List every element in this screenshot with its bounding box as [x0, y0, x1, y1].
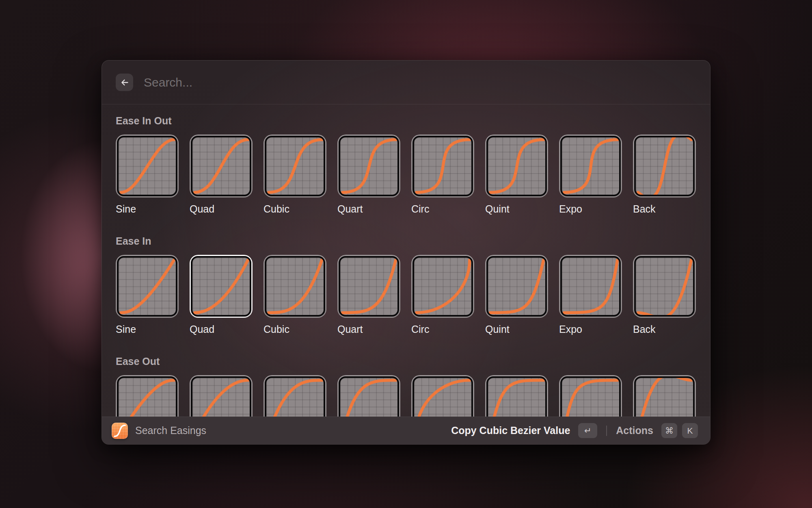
- easing-item-ease-out-back[interactable]: Back: [633, 375, 696, 417]
- easing-curve-preview: [414, 258, 471, 315]
- easing-curve-preview: [636, 137, 693, 195]
- easing-tile-frame: [116, 255, 179, 318]
- easing-item-ease-in-out-circ[interactable]: Circ: [411, 135, 474, 215]
- easing-label: Quad: [190, 323, 253, 335]
- easing-grid: [486, 136, 547, 196]
- easing-item-ease-out-quint[interactable]: Quint: [485, 375, 548, 417]
- easing-grid: [117, 136, 177, 196]
- easing-curve-preview: [636, 378, 693, 417]
- easing-curve-preview: [192, 258, 250, 315]
- easing-curve-preview: [562, 378, 619, 417]
- easing-curve-preview: [119, 137, 176, 195]
- easing-tile-frame: [190, 135, 253, 198]
- easing-item-ease-in-out-quart[interactable]: Quart: [337, 135, 400, 215]
- section-header-ease-in-out: Ease In Out: [116, 115, 696, 126]
- easing-curve-preview: [192, 137, 250, 195]
- actions-menu-button[interactable]: Actions ⌘ K: [616, 423, 698, 438]
- easing-tile-frame: [485, 135, 548, 198]
- easing-label: Quart: [337, 203, 400, 215]
- command-key-badge: ⌘: [661, 423, 677, 438]
- easing-curve-preview: [488, 378, 545, 417]
- easing-item-ease-in-out-sine[interactable]: Sine: [116, 135, 179, 215]
- easing-curve-preview: [266, 378, 324, 417]
- easing-tile-frame: [116, 135, 179, 198]
- easing-item-ease-out-cubic[interactable]: Cubic: [263, 375, 326, 417]
- easing-curve-preview: [562, 258, 619, 315]
- easing-item-ease-in-quart[interactable]: Quart: [337, 255, 400, 335]
- k-key-badge: K: [682, 423, 698, 438]
- easing-item-ease-in-out-quad[interactable]: Quad: [190, 135, 253, 215]
- easing-item-ease-in-cubic[interactable]: Cubic: [263, 255, 326, 335]
- easing-tile-frame: [337, 375, 400, 417]
- easing-curve-preview: [340, 378, 397, 417]
- easing-item-ease-in-out-quint[interactable]: Quint: [485, 135, 548, 215]
- easing-tile-frame: [559, 375, 622, 417]
- back-button[interactable]: [116, 74, 133, 91]
- primary-action-label: Copy Cubic Bezier Value: [451, 425, 570, 436]
- section-header-ease-out: Ease Out: [116, 356, 696, 367]
- easing-grid: [265, 136, 325, 196]
- easing-tile-frame: [263, 255, 326, 318]
- easing-tile-frame: [485, 255, 548, 318]
- search-input[interactable]: [144, 76, 696, 89]
- primary-action-button[interactable]: Copy Cubic Bezier Value ↵: [451, 423, 597, 438]
- easing-item-ease-out-quart[interactable]: Quart: [337, 375, 400, 417]
- easing-section: Ease In Out Sine Quad: [116, 115, 696, 215]
- easing-tile-frame: [633, 375, 696, 417]
- easing-item-ease-in-circ[interactable]: Circ: [411, 255, 474, 335]
- section-header-ease-in: Ease In: [116, 235, 696, 247]
- easing-grid: [265, 256, 325, 317]
- footer-divider: [606, 426, 607, 436]
- section-row: Sine Quad Cubic: [116, 375, 696, 417]
- easing-tile-frame: [633, 255, 696, 318]
- easing-curve-preview: [266, 137, 324, 195]
- easing-grid: [117, 256, 177, 317]
- easing-item-ease-in-sine[interactable]: Sine: [116, 255, 179, 335]
- easing-grid: [412, 376, 473, 417]
- easing-item-ease-out-expo[interactable]: Expo: [559, 375, 622, 417]
- easing-tile-frame: [263, 375, 326, 417]
- easing-grid: [339, 256, 399, 317]
- easing-tile-frame: [411, 255, 474, 318]
- easing-grid: [634, 256, 695, 317]
- easing-grid: [117, 376, 177, 417]
- easing-curve-preview: [266, 258, 324, 315]
- easing-tile-frame: [411, 375, 474, 417]
- easing-item-ease-out-sine[interactable]: Sine: [116, 375, 179, 417]
- section-row: Sine Quad Cubic: [116, 135, 696, 215]
- easing-item-ease-out-circ[interactable]: Circ: [411, 375, 474, 417]
- easing-label: Cubic: [263, 323, 326, 335]
- easing-grid: [634, 376, 695, 417]
- easing-item-ease-in-out-back[interactable]: Back: [633, 135, 696, 215]
- easing-label: Back: [633, 203, 696, 215]
- easing-tile-frame: [337, 135, 400, 198]
- easing-label: Circ: [411, 323, 474, 335]
- easing-item-ease-out-quad[interactable]: Quad: [190, 375, 253, 417]
- search-bar: [102, 61, 710, 104]
- easing-label: Back: [633, 323, 696, 335]
- actions-label: Actions: [616, 425, 653, 436]
- app-name: Search Easings: [135, 425, 206, 436]
- easing-label: Expo: [559, 203, 622, 215]
- easing-item-ease-in-expo[interactable]: Expo: [559, 255, 622, 335]
- easing-item-ease-in-quint[interactable]: Quint: [485, 255, 548, 335]
- easing-tile-frame: [263, 135, 326, 198]
- easing-item-ease-in-quad[interactable]: Quad: [190, 255, 253, 335]
- easing-grid: [191, 136, 251, 196]
- action-bar: Search Easings Copy Cubic Bezier Value ↵…: [102, 417, 710, 444]
- easing-grid: [339, 136, 399, 196]
- actions-key-group: ⌘ K: [661, 423, 698, 438]
- easing-curve-preview: [562, 137, 619, 195]
- easing-item-ease-in-out-expo[interactable]: Expo: [559, 135, 622, 215]
- easing-grid: [339, 376, 399, 417]
- section-row: Sine Quad Cubic: [116, 255, 696, 335]
- easing-label: Quint: [485, 203, 548, 215]
- easing-item-ease-in-back[interactable]: Back: [633, 255, 696, 335]
- easing-grid: [191, 256, 251, 317]
- easing-label: Quart: [337, 323, 400, 335]
- easing-tile-frame: [559, 255, 622, 318]
- easing-item-ease-in-out-cubic[interactable]: Cubic: [263, 135, 326, 215]
- easing-tile-frame: [190, 375, 253, 417]
- easing-curve-preview: [414, 378, 471, 417]
- easing-curve-preview: [488, 258, 545, 315]
